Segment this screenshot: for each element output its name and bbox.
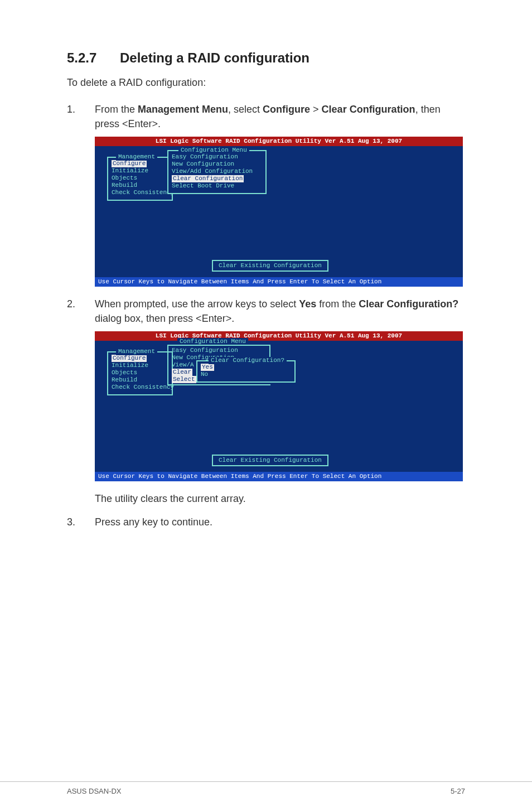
hint-box: Clear Existing Configuration bbox=[212, 455, 328, 466]
hint-box: Clear Existing Configuration bbox=[212, 260, 328, 272]
section-title-text: Deleting a RAID configuration bbox=[120, 50, 309, 65]
clear-configuration-legend: Clear Configuration? bbox=[209, 357, 287, 364]
step-number: 1. bbox=[67, 102, 75, 117]
mgmt-item-check-consistency[interactable]: Check Consistency bbox=[112, 189, 168, 196]
conf-item-boot[interactable]: Select Boot Drive bbox=[172, 182, 262, 190]
terminal-body: Management Configure Initialize Objects … bbox=[95, 146, 463, 277]
mgmt-item-objects[interactable]: Objects bbox=[112, 175, 168, 182]
mgmt-item-configure[interactable]: Configure bbox=[112, 160, 147, 167]
step-2-text: When prompted, use the arrow keys to sel… bbox=[95, 297, 465, 326]
terminal-screenshot-2: LSI Logic Software RAID Configuration Ut… bbox=[95, 331, 463, 481]
mgmt-item-initialize[interactable]: Initialize bbox=[112, 362, 168, 369]
step-2-result-text: The utility clears the current array. bbox=[95, 491, 465, 506]
terminal-footer: Use Cursor Keys to Navigate Between Item… bbox=[95, 472, 463, 481]
terminal-header: LSI Logic Software RAID Configuration Ut… bbox=[95, 137, 463, 146]
step-1: 1. From the Management Menu, select Conf… bbox=[67, 102, 465, 287]
mgmt-item-rebuild[interactable]: Rebuild bbox=[112, 376, 168, 384]
mgmt-item-objects[interactable]: Objects bbox=[112, 369, 168, 376]
footer-left: ASUS DSAN-DX bbox=[67, 787, 122, 795]
clearq-no[interactable]: No bbox=[201, 371, 291, 378]
configuration-menu-legend: Configuration Menu bbox=[177, 338, 248, 345]
terminal-header: LSI Logic Software RAID Configuration Ut… bbox=[95, 331, 463, 341]
conf-item-easy[interactable]: Easy Configuration bbox=[172, 153, 262, 161]
intro-text: To delete a RAID configuration: bbox=[67, 77, 465, 89]
conf-item-new[interactable]: New Configuration bbox=[172, 161, 262, 168]
management-menu: Management Configure Initialize Objects … bbox=[107, 157, 173, 201]
footer-divider bbox=[0, 781, 532, 782]
conf-item-select-stub[interactable]: Select bbox=[172, 376, 196, 383]
management-menu-legend: Management bbox=[116, 153, 157, 161]
step-1-text: From the Management Menu, select Configu… bbox=[95, 102, 465, 131]
clear-configuration-dialog: Clear Configuration? Yes No bbox=[196, 360, 296, 383]
terminal-body: Management Configure Initialize Objects … bbox=[95, 341, 463, 472]
conf-item-easy[interactable]: Easy Configuration bbox=[172, 347, 238, 354]
mgmt-item-configure[interactable]: Configure bbox=[112, 355, 147, 362]
management-menu: Management Configure Initialize Objects … bbox=[107, 351, 173, 395]
step-number: 2. bbox=[67, 297, 75, 311]
conf-item-clear-stub[interactable]: Clear bbox=[172, 369, 192, 376]
configuration-menu: Configuration Menu Easy Configuration Ne… bbox=[167, 150, 267, 194]
clearq-yes[interactable]: Yes bbox=[201, 364, 214, 371]
page-footer: ASUS DSAN-DX 5-27 bbox=[67, 787, 465, 795]
step-3: 3. Press any key to continue. bbox=[67, 515, 465, 529]
section-heading: 5.2.7Deleting a RAID configuration bbox=[67, 50, 465, 66]
conf-item-view-add[interactable]: View/Add Configuration bbox=[172, 168, 262, 175]
step-2-result: The utility clears the current array. bbox=[67, 491, 465, 506]
mgmt-item-check-consistency[interactable]: Check Consistency bbox=[112, 384, 168, 391]
section-number: 5.2.7 bbox=[67, 50, 120, 66]
management-menu-legend: Management bbox=[116, 348, 157, 355]
step-3-text: Press any key to continue. bbox=[95, 515, 465, 529]
terminal-screenshot-1: LSI Logic Software RAID Configuration Ut… bbox=[95, 137, 463, 287]
step-number: 3. bbox=[67, 515, 75, 529]
footer-right: 5-27 bbox=[451, 787, 465, 795]
conf-item-clear[interactable]: Clear Configuration bbox=[172, 175, 244, 182]
terminal-footer: Use Cursor Keys to Navigate Between Item… bbox=[95, 277, 463, 287]
step-2: 2. When prompted, use the arrow keys to … bbox=[67, 297, 465, 481]
conf-item-view-trunc[interactable]: View/A bbox=[172, 361, 194, 368]
configuration-menu-legend: Configuration Menu bbox=[178, 147, 249, 154]
mgmt-item-rebuild[interactable]: Rebuild bbox=[112, 182, 168, 189]
mgmt-item-initialize[interactable]: Initialize bbox=[112, 167, 168, 175]
